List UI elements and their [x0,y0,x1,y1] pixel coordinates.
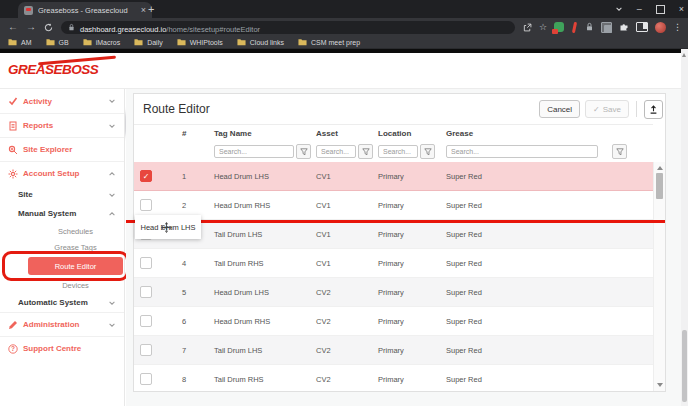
folder-icon [298,38,307,46]
bookmark-star-icon[interactable]: ☆ [539,23,547,32]
tag-name-cell: Tail Drum RHS [210,375,312,384]
tag-name-search-input[interactable] [214,145,294,158]
sidebar-item-administration[interactable]: Administration [0,312,124,336]
new-tab-button[interactable]: + [148,3,154,15]
browser-profile-avatar[interactable] [655,22,666,33]
table-row[interactable]: 3 Tail Drum LHS CV1 Primary Super Red [134,220,653,249]
row-number: 8 [178,375,210,384]
window-minimize-button[interactable]: – [637,5,642,14]
browser-menu-kebab-icon[interactable]: ⋮ [673,23,682,32]
asset-filter-button[interactable] [358,144,373,159]
greaseboss-logo[interactable]: GREASEBOSS [8,62,118,77]
row-checkbox[interactable] [140,373,152,385]
table-scrollbar-thumb[interactable] [656,173,663,199]
bookmark-gb[interactable]: GB [46,38,69,46]
forward-button[interactable]: → [26,22,36,32]
asset-cell: CV2 [312,346,374,355]
sidebar-item-support-centre[interactable]: ? Support Centre [0,336,124,360]
scroll-up-icon[interactable] [657,166,663,170]
save-button[interactable]: ✓Save [585,100,629,118]
scroll-down-icon[interactable] [657,383,663,387]
bookmark-imacros[interactable]: iMacros [83,38,121,46]
table-row[interactable]: 5 Head Drum LHS CV2 Primary Super Red [134,278,653,307]
grease-cell: Super Red [442,346,653,355]
row-checkbox[interactable] [140,344,152,356]
table-row[interactable]: 2 Head Drum RHS CV1 Primary Super Red [134,191,653,220]
drag-drop-indicator-line [126,220,665,223]
table-filter-row [134,141,653,162]
column-header[interactable]: Tag Name [210,129,312,138]
table-row[interactable]: 4 Tail Drum RHS CV1 Primary Super Red [134,249,653,278]
sidebar-item-site-explorer[interactable]: Site Explorer [0,137,124,161]
tab-search-chevron-icon[interactable] [615,5,623,13]
page-scroll-up-icon[interactable] [682,53,686,57]
bookmark-csm-meet-prep[interactable]: CSM meet prep [298,38,360,46]
extension-copy-icon[interactable] [601,22,612,33]
row-checkbox[interactable] [140,199,152,211]
column-header[interactable]: Location [374,129,442,138]
upload-button[interactable] [644,100,663,119]
chevron-icon [108,210,116,218]
extensions-puzzle-icon[interactable] [619,22,629,32]
sidebar-item-account-setup[interactable]: Account Setup [0,161,124,185]
sidebar-item-site[interactable]: Site [0,185,124,204]
extension-green-icon[interactable] [554,22,564,32]
sidebar-item-schedules[interactable]: Schedules [28,223,123,239]
funnel-icon [616,148,624,156]
sidebar-item-grease-tags[interactable]: Grease Tags [28,239,123,255]
bookmark-whiptools[interactable]: WHIPtools [177,38,223,46]
move-cursor-icon [161,222,172,233]
sidebar-item-manual-system[interactable]: Manual System [0,204,124,223]
sidebar-item-route-editor[interactable]: Route Editor [28,257,123,275]
location-cell: Primary [374,259,442,268]
grease-search-input[interactable] [446,145,598,158]
page-scrollbar-thumb[interactable] [682,330,687,402]
tag-name-cell: Head Drum LHS [210,288,312,297]
location-search-input[interactable] [378,145,418,158]
browser-tab-strip: Greaseboss - Greasecloud × + – × [0,0,688,18]
site-favicon-icon [24,6,33,15]
row-checkbox[interactable] [140,257,152,269]
table-row[interactable]: 6 Head Drum RHS CV2 Primary Super Red [134,307,653,336]
tag-name-filter-button[interactable] [296,144,311,159]
window-close-button[interactable]: × [679,5,684,14]
side-panel-icon[interactable] [636,22,648,32]
location-cell: Primary [374,375,442,384]
back-button[interactable]: ← [8,22,18,32]
row-checkbox[interactable] [140,286,152,298]
asset-cell: CV1 [312,230,374,239]
column-header[interactable]: Asset [312,129,374,138]
sidebar-item-activity[interactable]: Activity [0,89,124,113]
row-checkbox[interactable] [140,170,152,182]
table-row[interactable]: 1 Head Drum LHS CV1 Primary Super Red [134,162,653,191]
cancel-button[interactable]: Cancel [539,100,580,118]
extension-red-icon[interactable] [571,22,578,33]
reload-icon[interactable] [44,23,53,32]
row-number: 1 [178,172,210,181]
table-row[interactable]: 7 Tail Drum LHS CV2 Primary Super Red [134,336,653,365]
column-header[interactable]: # [178,129,210,138]
bookmark-cloud-links[interactable]: Cloud links [237,38,284,46]
grease-filter-button[interactable] [612,144,627,159]
extension-lock-icon[interactable] [585,22,594,32]
browser-tab[interactable]: Greaseboss - Greasecloud × [18,2,152,18]
pencil-icon [8,320,18,330]
sidebar-item-automatic-system[interactable]: Automatic System [0,293,124,312]
sidebar-item-devices[interactable]: Devices [28,277,123,293]
share-icon[interactable] [523,23,532,32]
tab-close-icon[interactable]: × [141,6,146,15]
bookmark-am[interactable]: AM [8,38,32,46]
window-maximize-button[interactable] [656,5,665,14]
app-header: GREASEBOSS Language: English A ⋮ [0,53,681,89]
grease-cell: Super Red [442,201,653,210]
table-row[interactable]: 8 Tail Drum RHS CV2 Primary Super Red [134,365,653,391]
column-header[interactable]: Grease [442,129,653,138]
table-scrollbar[interactable] [653,162,665,391]
page-scrollbar[interactable] [681,49,688,406]
sidebar-item-reports[interactable]: Reports [0,113,124,137]
bookmark-daily[interactable]: Daily [134,38,163,46]
url-bar[interactable]: dashboard.greasecloud.io/home/sitesetup#… [61,21,515,34]
row-checkbox[interactable] [140,315,152,327]
asset-search-input[interactable] [316,145,356,158]
location-filter-button[interactable] [420,144,435,159]
